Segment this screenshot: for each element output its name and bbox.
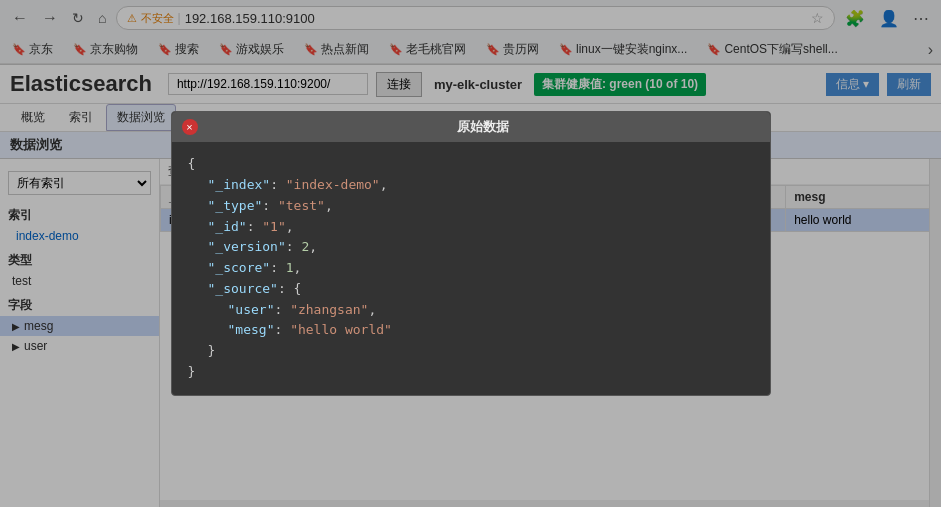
json-val-id: "1" (262, 219, 285, 234)
json-key-id: "_id" (208, 219, 247, 234)
raw-data-modal: × 原始数据 { "_index": "index-demo", "_type"… (171, 111, 771, 396)
json-colon: : (274, 302, 290, 317)
modal-title: 原始数据 (206, 118, 760, 136)
json-key-version: "_version" (208, 239, 286, 254)
json-close-brace: } (188, 364, 196, 379)
json-key-user: "user" (228, 302, 275, 317)
json-key-index: "_index" (208, 177, 271, 192)
json-val-index: "index-demo" (286, 177, 380, 192)
json-colon: : (247, 219, 263, 234)
modal-header: × 原始数据 (172, 112, 770, 142)
json-colon: : (262, 198, 278, 213)
json-colon: : { (278, 281, 301, 296)
modal-body: { "_index": "index-demo", "_type": "test… (172, 142, 770, 395)
json-key-source: "_source" (208, 281, 278, 296)
json-colon: : (270, 260, 286, 275)
json-val-score: 1 (286, 260, 294, 275)
json-colon: : (270, 177, 286, 192)
modal-overlay: × 原始数据 { "_index": "index-demo", "_type"… (0, 0, 941, 507)
json-source-close-brace: } (208, 343, 216, 358)
json-key-type: "_type" (208, 198, 263, 213)
json-key-mesg: "mesg" (228, 322, 275, 337)
json-val-type: "test" (278, 198, 325, 213)
json-val-user: "zhangsan" (290, 302, 368, 317)
json-colon: : (274, 322, 290, 337)
json-key-score: "_score" (208, 260, 271, 275)
modal-close-button[interactable]: × (182, 119, 198, 135)
json-val-mesg: "hello world" (290, 322, 392, 337)
json-open-brace: { (188, 156, 196, 171)
json-colon: : (286, 239, 302, 254)
